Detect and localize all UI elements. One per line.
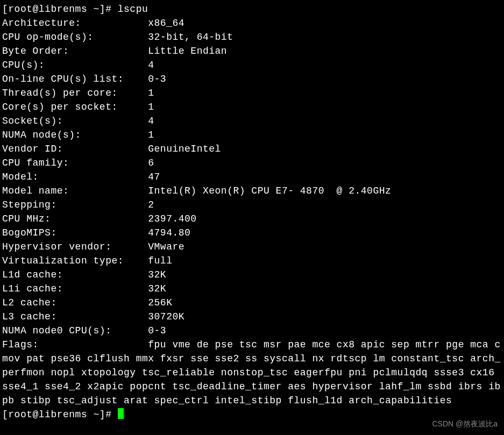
output-row: NUMA node0 CPU(s): 0-3 (2, 324, 502, 338)
output-row: L1d cache: 32K (2, 268, 502, 282)
output-row: BogoMIPS: 4794.80 (2, 226, 502, 240)
output-row: L1i cache: 32K (2, 282, 502, 296)
prompt: [root@librenms ~]# (2, 409, 118, 420)
command-line: [root@librenms ~]# lscpu (2, 2, 502, 16)
output-row: Vendor ID: GenuineIntel (2, 142, 502, 156)
terminal[interactable]: [root@librenms ~]# lscpu Architecture: x… (2, 2, 502, 422)
output-row: Hypervisor vendor: VMware (2, 240, 502, 254)
watermark: CSDN @熬夜波比a (432, 417, 498, 431)
output-row: CPU(s): 4 (2, 58, 502, 72)
output-row: CPU op-mode(s): 32-bit, 64-bit (2, 30, 502, 44)
output-row: NUMA node(s): 1 (2, 128, 502, 142)
output-row: Model name: Intel(R) Xeon(R) CPU E7- 487… (2, 184, 502, 198)
output-row: Virtualization type: full (2, 254, 502, 268)
command-text: lscpu (118, 4, 148, 15)
output-row: L2 cache: 256K (2, 296, 502, 310)
command-line-2: [root@librenms ~]# (2, 408, 502, 422)
output-row: Architecture: x86_64 (2, 16, 502, 30)
flags-line: Flags: fpu vme de pse tsc msr pae mce cx… (2, 338, 502, 408)
output-row: CPU MHz: 2397.400 (2, 212, 502, 226)
output-row: Byte Order: Little Endian (2, 44, 502, 58)
prompt: [root@librenms ~]# (2, 4, 118, 15)
output-row: Core(s) per socket: 1 (2, 100, 502, 114)
output-row: L3 cache: 30720K (2, 310, 502, 324)
output-row: Model: 47 (2, 170, 502, 184)
lscpu-output: Architecture: x86_64CPU op-mode(s): 32-b… (2, 16, 502, 338)
output-row: Thread(s) per core: 1 (2, 86, 502, 100)
output-row: Socket(s): 4 (2, 114, 502, 128)
output-row: CPU family: 6 (2, 156, 502, 170)
cursor (118, 408, 124, 419)
output-row: Stepping: 2 (2, 198, 502, 212)
output-row: On-line CPU(s) list: 0-3 (2, 72, 502, 86)
